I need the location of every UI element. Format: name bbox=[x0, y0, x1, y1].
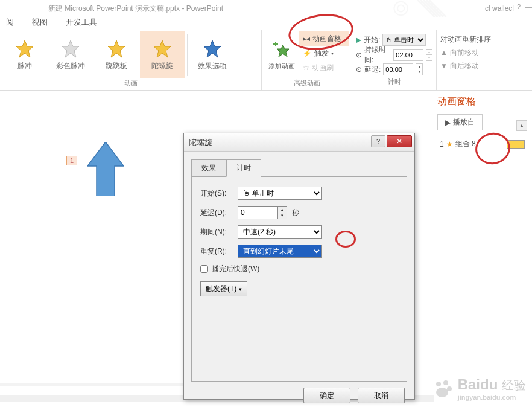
star-icon bbox=[15, 39, 34, 59]
dialog-tabs: 效果 计时 bbox=[184, 152, 414, 176]
svg-marker-7 bbox=[277, 45, 289, 57]
start-select[interactable]: 🖱 单击时 bbox=[238, 187, 322, 200]
ribbon-group-animation: 脉冲 彩色脉冲 跷跷板 陀螺旋 效果选项 动画 bbox=[0, 30, 262, 90]
repeat-row: 重复(R): 直到幻灯片末尾 bbox=[200, 245, 398, 258]
duration-input[interactable] bbox=[393, 49, 423, 61]
ribbon-group-label: 动画 bbox=[2, 78, 259, 89]
play-from-button[interactable]: ▶ 播放自 bbox=[437, 114, 483, 130]
dialog-title-bar[interactable]: 陀螺旋 ? ✕ bbox=[184, 133, 414, 152]
move-backward-button: ▼向后移动 bbox=[440, 59, 518, 72]
duration-row: 期间(N): 中速(2 秒) bbox=[200, 225, 398, 239]
anim-pulse-button[interactable]: 脉冲 bbox=[2, 31, 47, 78]
tab-view[interactable]: 视图 bbox=[32, 17, 48, 30]
animation-pane-button[interactable]: ▸◂ 动画窗格 bbox=[299, 31, 349, 46]
ok-button[interactable]: 确定 bbox=[303, 388, 350, 403]
svg-marker-3 bbox=[62, 40, 79, 57]
trigger-button[interactable]: ⚡ 触发 ▾ bbox=[299, 46, 349, 60]
delay-input[interactable] bbox=[383, 63, 413, 75]
dialog-help-button[interactable]: ? bbox=[371, 135, 385, 147]
menu-tabs: 阅 视图 开发工具 bbox=[0, 17, 532, 30]
clock-icon: ⊙ bbox=[356, 51, 362, 59]
effect-options-button[interactable]: 效果选项 bbox=[190, 31, 235, 78]
svg-point-14 bbox=[436, 388, 448, 397]
star-icon bbox=[153, 39, 172, 59]
anim-teeter-button[interactable]: 跷跷板 bbox=[94, 31, 139, 78]
animation-pane: 动画窗格 ▶ 播放自 ▲ 1 ★ 组合 8 bbox=[432, 91, 532, 405]
cancel-button[interactable]: 取消 bbox=[358, 388, 405, 403]
pane-title: 动画窗格 bbox=[437, 95, 527, 108]
tab-dev[interactable]: 开发工具 bbox=[66, 17, 97, 30]
svg-marker-4 bbox=[108, 40, 125, 57]
ribbon-group-reorder: 对动画重新排序 ▲向前移动 ▼向后移动 bbox=[437, 30, 521, 90]
decoration-icon bbox=[387, 0, 460, 17]
anim-list-item[interactable]: 1 ★ 组合 8 bbox=[437, 136, 527, 152]
dialog-close-button[interactable]: ✕ bbox=[387, 135, 412, 147]
svg-marker-6 bbox=[204, 40, 221, 57]
minimize-icon[interactable]: — bbox=[525, 3, 532, 10]
paw-icon bbox=[432, 378, 454, 400]
rewind-checkbox[interactable] bbox=[200, 265, 208, 273]
svg-point-13 bbox=[447, 386, 452, 391]
arrow-shape[interactable] bbox=[87, 142, 124, 196]
up-arrow-icon: ▲ bbox=[440, 48, 448, 57]
trigger-button[interactable]: 触发器(T) ▾ bbox=[200, 281, 247, 296]
ribbon: 脉冲 彩色脉冲 跷跷板 陀螺旋 效果选项 动画 bbox=[0, 30, 532, 91]
svg-marker-2 bbox=[16, 40, 33, 57]
move-forward-button: ▲向前移动 bbox=[440, 46, 518, 59]
duration-spinner[interactable]: ▴▾ bbox=[426, 49, 432, 61]
delay-spinner[interactable]: ▴▾ bbox=[416, 63, 423, 75]
chevron-down-icon: ▾ bbox=[239, 286, 242, 292]
plus-star-icon bbox=[272, 40, 291, 59]
window-controls: ? — bbox=[517, 3, 532, 10]
reorder-title: 对动画重新排序 bbox=[440, 33, 518, 46]
window-title: 新建 Microsoft PowerPoint 演示文稿.pptx - Powe… bbox=[48, 4, 223, 14]
animation-badge[interactable]: 1 bbox=[66, 156, 77, 165]
play-icon: ▶ bbox=[356, 36, 361, 44]
delay-row: ⊙ 延迟: ▴▾ bbox=[356, 62, 432, 77]
chevron-down-icon: ▾ bbox=[331, 51, 334, 56]
ribbon-group-timing: ▶ 开始: 🖱 单击时 ⊙ 持续时间: ▴▾ ⊙ 延迟: ▴▾ 计时 bbox=[352, 30, 437, 90]
tab-effect[interactable]: 效果 bbox=[191, 159, 226, 177]
trigger-icon: ⚡ bbox=[303, 49, 312, 57]
duration-row: ⊙ 持续时间: ▴▾ bbox=[356, 48, 432, 62]
svg-point-1 bbox=[397, 5, 404, 11]
delay-input[interactable] bbox=[238, 206, 277, 219]
tab-timing[interactable]: 计时 bbox=[226, 159, 261, 177]
anim-colorpulse-button[interactable]: 彩色脉冲 bbox=[48, 31, 93, 78]
dialog-body: 开始(S): 🖱 单击时 延迟(D): ▴▾ 秒 期间(N): 中速(2 秒) … bbox=[191, 176, 407, 382]
play-icon: ▶ bbox=[445, 118, 451, 127]
duration-select[interactable]: 中速(2 秒) bbox=[238, 225, 322, 239]
star-icon bbox=[107, 39, 126, 59]
down-arrow-icon: ▼ bbox=[440, 62, 448, 70]
anim-spin-button[interactable]: 陀螺旋 bbox=[140, 31, 185, 78]
tab-read[interactable]: 阅 bbox=[6, 17, 14, 30]
painter-icon: ☆ bbox=[303, 63, 309, 72]
svg-marker-5 bbox=[154, 40, 171, 57]
scroll-up-button[interactable]: ▲ bbox=[516, 120, 527, 131]
animation-painter-button: ☆ 动画刷 bbox=[299, 60, 349, 75]
ribbon-group-label: 高级动画 bbox=[264, 78, 349, 89]
svg-point-12 bbox=[443, 380, 448, 385]
timeline-bar[interactable] bbox=[507, 140, 525, 149]
item-index: 1 bbox=[440, 140, 444, 149]
dialog-buttons: 确定 取消 bbox=[184, 382, 414, 409]
clock-icon: ⊙ bbox=[356, 65, 362, 74]
svg-point-11 bbox=[436, 382, 441, 386]
help-icon[interactable]: ? bbox=[517, 3, 521, 10]
star-icon bbox=[61, 39, 80, 59]
pane-icon: ▸◂ bbox=[303, 34, 310, 43]
rewind-row: 播完后快退(W) bbox=[200, 264, 398, 274]
item-label: 组合 8 bbox=[455, 139, 476, 149]
svg-rect-9 bbox=[275, 42, 276, 46]
title-bar: 新建 Microsoft PowerPoint 演示文稿.pptx - Powe… bbox=[0, 0, 532, 17]
delay-row: 延迟(D): ▴▾ 秒 bbox=[200, 206, 398, 219]
svg-marker-10 bbox=[87, 142, 124, 196]
svg-point-0 bbox=[394, 2, 407, 15]
repeat-select[interactable]: 直到幻灯片末尾 bbox=[238, 245, 322, 258]
add-animation-button[interactable]: 添加动画 bbox=[264, 31, 299, 78]
timing-dialog: 陀螺旋 ? ✕ 效果 计时 开始(S): 🖱 单击时 延迟(D): ▴▾ 秒 期… bbox=[183, 133, 415, 400]
star-icon: ★ bbox=[446, 140, 453, 149]
user-label: cl wallecl bbox=[485, 4, 514, 13]
start-row: 开始(S): 🖱 单击时 bbox=[200, 187, 398, 200]
delay-spinner[interactable]: ▴▾ bbox=[277, 206, 287, 219]
